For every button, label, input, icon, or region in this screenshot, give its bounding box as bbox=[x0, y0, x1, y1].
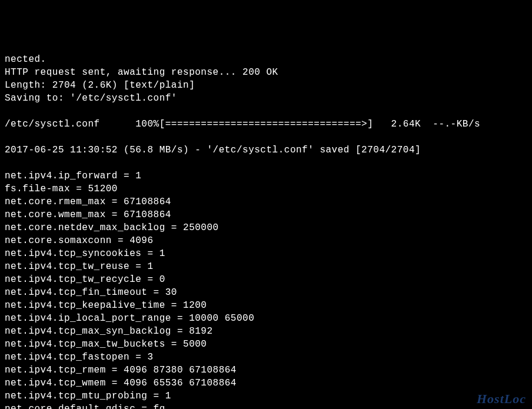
watermark-text: HostLoc bbox=[477, 393, 526, 405]
terminal-output: nected. HTTP request sent, awaiting resp… bbox=[5, 53, 532, 409]
